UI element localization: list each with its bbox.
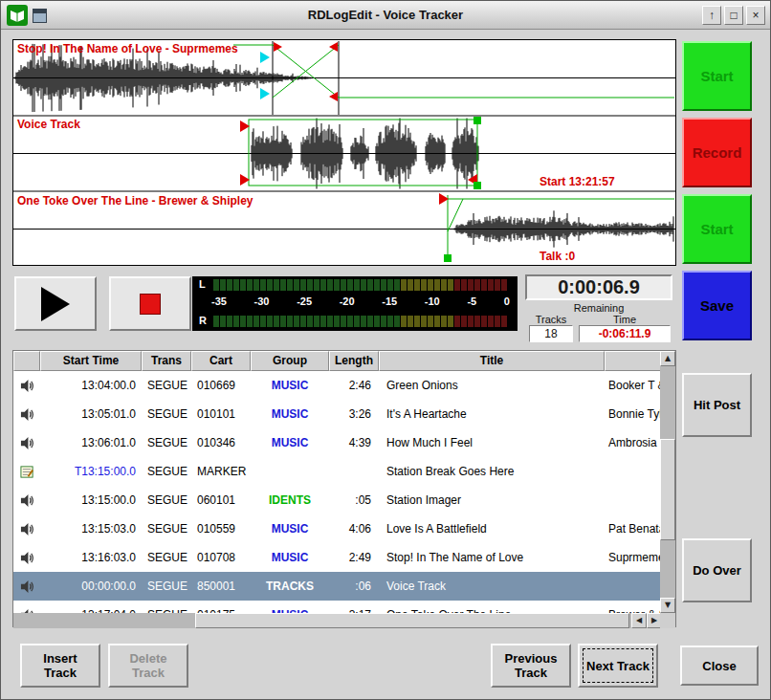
shade-button[interactable]: ↑ bbox=[702, 6, 721, 25]
cell-cart: 010559 bbox=[191, 514, 251, 543]
cell-trans: SEGUE bbox=[142, 514, 191, 543]
cell-title: It's A Heartache bbox=[379, 400, 605, 428]
led-segment bbox=[220, 316, 226, 327]
led-segment bbox=[307, 279, 313, 291]
led-segment bbox=[320, 316, 326, 327]
start-track3-button[interactable]: Start bbox=[682, 194, 752, 264]
led-segment bbox=[468, 279, 474, 291]
edit-marker-icon[interactable] bbox=[274, 42, 282, 52]
led-segment bbox=[280, 279, 286, 291]
cell-start-time: 13:06:01.0 bbox=[40, 428, 142, 457]
cell-trans: SEGUE bbox=[142, 486, 191, 514]
stop-button[interactable] bbox=[109, 276, 191, 331]
scroll-up-button[interactable]: ▲ bbox=[660, 351, 675, 366]
hit-post-button[interactable]: Hit Post bbox=[682, 373, 752, 437]
region-handle-icon[interactable] bbox=[474, 117, 481, 124]
track2-markers[interactable] bbox=[240, 117, 481, 189]
led-segment bbox=[334, 316, 340, 327]
segue-marker-icon[interactable] bbox=[260, 52, 270, 63]
led-segment bbox=[294, 279, 299, 291]
track1-markers[interactable] bbox=[233, 41, 674, 115]
cell-artist: Suprmemes bbox=[605, 543, 662, 572]
led-segment bbox=[347, 316, 353, 327]
close-button[interactable]: Close bbox=[680, 645, 759, 686]
speaker-icon bbox=[13, 486, 40, 514]
led-segment bbox=[394, 316, 400, 327]
region-handle-icon[interactable] bbox=[474, 182, 481, 189]
log-row[interactable]: 13:06:01.0SEGUE010346MUSIC4:39How Much I… bbox=[13, 428, 662, 457]
play-button[interactable] bbox=[14, 276, 97, 331]
next-track-button[interactable]: Next Track bbox=[578, 644, 658, 688]
start-track1-button[interactable]: Start bbox=[682, 41, 752, 111]
cell-start-time: 13:17:04.0 bbox=[40, 601, 142, 613]
cell-length: 3:26 bbox=[329, 400, 379, 428]
remaining-label: Remaining bbox=[525, 302, 672, 314]
log-row[interactable]: 00:00:00.0SEGUE850001TRACKS:06Voice Trac… bbox=[13, 572, 662, 601]
fade-in-ramp[interactable] bbox=[448, 199, 463, 231]
vertical-scrollbar[interactable]: ▲ ▼ bbox=[660, 351, 675, 613]
track1-label: Stop! In The Name of Love - Suprmemes bbox=[17, 42, 238, 55]
cell-trans: SEGUE bbox=[142, 428, 191, 457]
insert-track-button[interactable]: Insert Track bbox=[20, 644, 100, 688]
time-remaining-label: Time bbox=[579, 314, 671, 325]
titlebar[interactable]: RDLogEdit - Voice Tracker ↑ □ × bbox=[1, 1, 770, 30]
edit-marker-icon[interactable] bbox=[329, 42, 338, 52]
do-over-button[interactable]: Do Over bbox=[682, 538, 752, 602]
cell-cart: 010346 bbox=[191, 428, 251, 457]
led-segment bbox=[441, 316, 447, 327]
scroll-down-button[interactable]: ▼ bbox=[660, 598, 675, 613]
led-segment bbox=[401, 316, 407, 327]
previous-track-button[interactable]: Previous Track bbox=[491, 644, 571, 688]
close-window-button[interactable]: × bbox=[746, 6, 765, 25]
led-segment bbox=[367, 279, 373, 291]
log-table: Start TimeTransCartGroupLengthTitle 13:0… bbox=[12, 350, 676, 627]
record-button[interactable]: Record bbox=[682, 118, 752, 187]
led-segment bbox=[495, 279, 500, 291]
cell-artist bbox=[605, 486, 662, 514]
led-segment bbox=[294, 316, 299, 327]
led-segment bbox=[334, 279, 340, 291]
cell-length: 4:39 bbox=[329, 428, 379, 457]
cell-group: MUSIC bbox=[251, 371, 329, 400]
cell-cart: 060101 bbox=[191, 486, 251, 514]
meter-scale-label: -20 bbox=[340, 295, 355, 307]
cell-group bbox=[251, 457, 329, 486]
log-row[interactable]: 13:16:03.0SEGUE010708MUSIC2:49Stop! In T… bbox=[13, 543, 662, 572]
segue-marker-icon[interactable] bbox=[260, 88, 270, 99]
region-handle-icon[interactable] bbox=[444, 254, 452, 262]
cell-artist bbox=[605, 572, 662, 601]
cell-title: Stop! In The Name of Love bbox=[379, 543, 605, 572]
led-segment bbox=[361, 316, 366, 327]
log-row[interactable]: 13:17:04.0SEGUE010175MUSIC3:17One Toke O… bbox=[13, 601, 662, 613]
log-row[interactable]: 13:04:00.0SEGUE010669MUSIC2:46Green Onio… bbox=[13, 371, 662, 400]
led-segment bbox=[260, 316, 266, 327]
led-segment bbox=[341, 279, 346, 291]
fade-envelope[interactable] bbox=[233, 45, 674, 98]
cell-start-time: 13:16:03.0 bbox=[40, 543, 142, 572]
log-row[interactable]: 13:15:00.0SEGUE060101IDENTS:05Station Im… bbox=[13, 486, 662, 514]
vertical-scroll-thumb[interactable] bbox=[660, 439, 675, 540]
save-button[interactable]: Save bbox=[682, 271, 752, 340]
led-segment bbox=[253, 316, 259, 327]
led-segment bbox=[501, 279, 507, 291]
log-row[interactable]: 13:15:03.0SEGUE010559MUSIC4:06Love Is A … bbox=[13, 514, 662, 543]
led-segment bbox=[454, 316, 460, 327]
led-segment bbox=[381, 316, 386, 327]
cell-length: 2:49 bbox=[329, 543, 379, 572]
horizontal-scroll-thumb[interactable] bbox=[195, 613, 629, 628]
column-header-title: Title bbox=[379, 351, 605, 371]
log-row[interactable]: 13:05:01.0SEGUE010101MUSIC3:26It's A Hea… bbox=[13, 400, 662, 428]
horizontal-scrollbar[interactable]: ◀ ▶ bbox=[13, 613, 662, 628]
column-header-cart: Cart bbox=[191, 351, 251, 371]
log-row[interactable]: T13:15:00.0SEGUEMARKERStation Break Goes… bbox=[13, 457, 662, 486]
led-segment bbox=[394, 279, 400, 291]
waveform-panel[interactable]: Stop! In The Name of Love - Suprmemes Vo… bbox=[12, 39, 676, 266]
scroll-left-button[interactable]: ◀ bbox=[631, 613, 647, 628]
track3-label: One Toke Over The Line - Brewer & Shiple… bbox=[17, 194, 253, 208]
speaker-icon bbox=[13, 543, 40, 572]
maximize-button[interactable]: □ bbox=[724, 6, 743, 25]
track-region-box[interactable] bbox=[249, 120, 477, 186]
led-segment bbox=[267, 316, 273, 327]
cell-title: Station Break Goes Here bbox=[379, 457, 605, 486]
led-segment bbox=[468, 316, 474, 327]
